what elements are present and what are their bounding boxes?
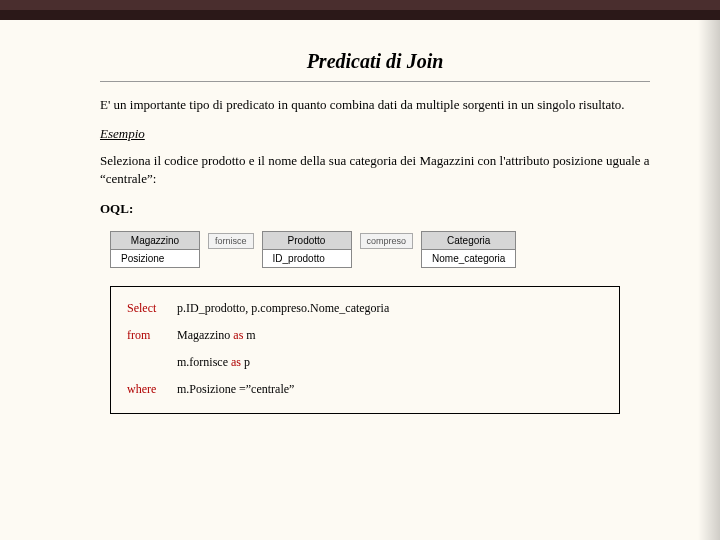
intro-paragraph: E' un importante tipo di predicato in qu…: [100, 96, 650, 114]
entity-field: Nome_categoria: [421, 250, 516, 268]
keyword-as-2: as: [231, 355, 241, 369]
oql-label: OQL:: [100, 201, 650, 217]
join-post: p: [241, 355, 250, 369]
relation-fornisce: fornisce: [208, 233, 254, 249]
entity-header: Categoria: [421, 231, 516, 250]
relation-compreso: compreso: [360, 233, 414, 249]
code-line-where: where m.Posizione =”centrale”: [127, 382, 603, 397]
page-title: Predicati di Join: [100, 50, 650, 73]
er-diagram: Magazzino Posizione fornisce Prodotto ID…: [110, 231, 650, 268]
top-accent-inner: [0, 0, 720, 10]
where-args: m.Posizione =”centrale”: [177, 382, 294, 397]
entity-header: Prodotto: [262, 231, 352, 250]
page-shadow: [698, 20, 720, 540]
select-args: p.ID_prodotto, p.compreso.Nome_categoria: [177, 301, 389, 316]
join-args: m.fornisce as p: [177, 355, 250, 370]
keyword-empty: [127, 355, 177, 370]
entity-field: ID_prodotto: [262, 250, 352, 268]
entity-categoria: Categoria Nome_categoria: [421, 231, 516, 268]
oql-code-block: Select p.ID_prodotto, p.compreso.Nome_ca…: [110, 286, 620, 414]
code-line-join: m.fornisce as p: [127, 355, 603, 370]
keyword-where: where: [127, 382, 177, 397]
title-divider: [100, 81, 650, 82]
from-pre: Magazzino: [177, 328, 233, 342]
code-line-from: from Magazzino as m: [127, 328, 603, 343]
entity-header: Magazzino: [110, 231, 200, 250]
top-accent-bar: [0, 0, 720, 20]
entity-prodotto: Prodotto ID_prodotto: [262, 231, 352, 268]
keyword-select: Select: [127, 301, 177, 316]
entity-magazzino: Magazzino Posizione: [110, 231, 200, 268]
entity-field: Posizione: [110, 250, 200, 268]
example-description: Seleziona il codice prodotto e il nome d…: [100, 152, 650, 188]
from-args: Magazzino as m: [177, 328, 256, 343]
join-pre: m.fornisce: [177, 355, 231, 369]
keyword-from: from: [127, 328, 177, 343]
esempio-label: Esempio: [100, 126, 650, 142]
keyword-as: as: [233, 328, 243, 342]
code-line-select: Select p.ID_prodotto, p.compreso.Nome_ca…: [127, 301, 603, 316]
slide-content: Predicati di Join E' un importante tipo …: [0, 20, 720, 434]
from-post: m: [243, 328, 255, 342]
